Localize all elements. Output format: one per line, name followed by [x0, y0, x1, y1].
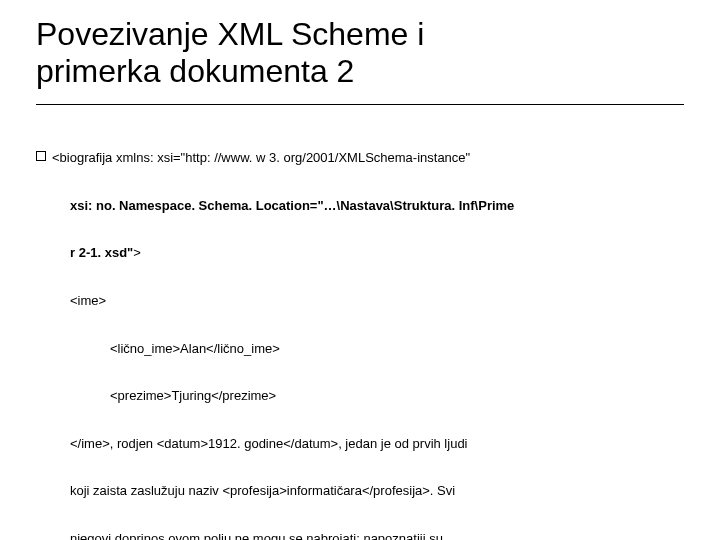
code-text: r 2-1. xsd" — [70, 245, 133, 260]
slide-title: Povezivanje XML Scheme i primerka dokume… — [36, 16, 684, 90]
code-line: <lično_ime>Alan</lično_ime> — [36, 341, 684, 357]
code-line: njegovi doprinos ovom polju ne mogu se n… — [36, 531, 684, 540]
code-text: <biografija xmlns: xsi="http: //www. w 3… — [52, 150, 470, 165]
title-line-2: primerka dokumenta 2 — [36, 53, 354, 89]
code-text: > — [133, 245, 141, 260]
code-line: r 2-1. xsd"> — [36, 245, 684, 261]
bullet-icon — [36, 151, 46, 161]
slide: Povezivanje XML Scheme i primerka dokume… — [0, 0, 720, 540]
title-underline — [36, 104, 684, 105]
title-line-1: Povezivanje XML Scheme i — [36, 16, 424, 52]
code-line: koji zaista zaslužuju naziv <profesija>i… — [36, 483, 684, 499]
code-text: xsi: no. Namespace. Schema. Location="…\… — [70, 198, 514, 213]
xml-code-block: <biografija xmlns: xsi="http: //www. w 3… — [36, 119, 684, 540]
code-line: </ime>, rodjen <datum>1912. godine</datu… — [36, 436, 684, 452]
code-line: <prezime>Tjuring</prezime> — [36, 388, 684, 404]
code-line: <ime> — [36, 293, 684, 309]
code-line: <biografija xmlns: xsi="http: //www. w 3… — [36, 150, 684, 166]
code-line: xsi: no. Namespace. Schema. Location="…\… — [36, 198, 684, 214]
